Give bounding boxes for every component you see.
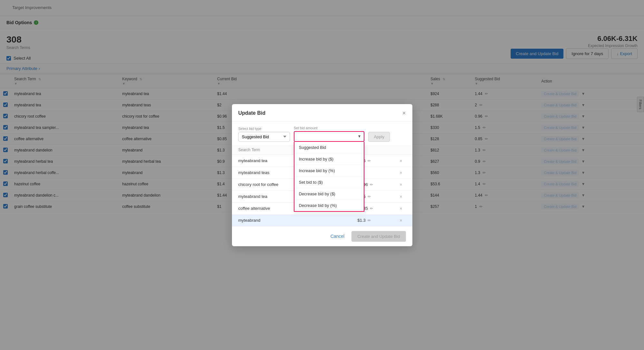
modal-footer: Cancel Create and Update Bid bbox=[232, 226, 412, 246]
apply-button: Apply bbox=[368, 132, 390, 142]
modal-row-5: myteabrand $1.3✏ × bbox=[232, 215, 412, 226]
bid-type-select[interactable]: Suggested Bid Increase bid by ($) Increa… bbox=[238, 132, 290, 142]
cancel-button[interactable]: Cancel bbox=[327, 231, 349, 241]
update-bid-modal: Update Bid × Select bid type Suggested B… bbox=[232, 104, 412, 246]
modal-overlay: Update Bid × Select bid type Suggested B… bbox=[0, 0, 644, 350]
dropdown-item-decrease-dollar[interactable]: Decrease bid by ($) bbox=[294, 188, 364, 200]
modal-bid-pencil-2[interactable]: ✏ bbox=[370, 182, 373, 187]
bid-amount-input-container: ▼ bbox=[294, 131, 365, 142]
bid-amount-input[interactable] bbox=[294, 132, 355, 141]
modal-title: Update Bid bbox=[238, 110, 265, 116]
modal-bid-pencil-4[interactable]: ✏ bbox=[370, 206, 373, 211]
modal-row-search-term-5: myteabrand bbox=[238, 218, 358, 223]
bid-amount-form-group: Set bid amount ▼ Suggested Bid Increase … bbox=[294, 126, 365, 142]
dropdown-item-set-dollar[interactable]: Set bid to ($) bbox=[294, 177, 364, 188]
modal-bid-pencil-5[interactable]: ✏ bbox=[368, 218, 371, 223]
modal-bid-text-5: $1.3 bbox=[358, 218, 366, 223]
modal-bid-pencil-3[interactable]: ✏ bbox=[368, 194, 371, 199]
modal-row-close-2[interactable]: × bbox=[396, 182, 406, 187]
modal-action-col-header bbox=[396, 148, 406, 152]
modal-bid-pencil-0[interactable]: ✏ bbox=[368, 159, 371, 163]
modal-row-close-0[interactable]: × bbox=[396, 158, 406, 163]
bid-type-label: Select bid type bbox=[238, 127, 290, 131]
bid-amount-chevron-icon[interactable]: ▼ bbox=[355, 134, 364, 139]
dropdown-item-increase-pct[interactable]: Increase bid by (%) bbox=[294, 165, 364, 177]
modal-header: Update Bid × bbox=[232, 104, 412, 122]
bid-type-row: Select bid type Suggested Bid Increase b… bbox=[232, 122, 412, 145]
modal-row-close-1[interactable]: × bbox=[396, 170, 406, 175]
modal-row-bid-5: $1.3✏ bbox=[358, 218, 396, 223]
bid-type-dropdown: Suggested Bid Increase bid by ($) Increa… bbox=[294, 142, 365, 212]
modal-close-button[interactable]: × bbox=[402, 110, 406, 117]
dropdown-item-decrease-pct[interactable]: Decrease bid by (%) bbox=[294, 200, 364, 211]
modal-row-close-3[interactable]: × bbox=[396, 194, 406, 199]
modal-row-close-4[interactable]: × bbox=[396, 206, 406, 211]
modal-create-update-button: Create and Update Bid bbox=[351, 231, 406, 242]
dropdown-item-suggested[interactable]: Suggested Bid bbox=[294, 142, 364, 153]
modal-row-close-5[interactable]: × bbox=[396, 218, 406, 223]
dropdown-item-increase-dollar[interactable]: Increase bid by ($) bbox=[294, 153, 364, 165]
bid-type-form-group: Select bid type Suggested Bid Increase b… bbox=[238, 127, 290, 142]
bid-amount-label: Set bid amount bbox=[294, 126, 365, 130]
